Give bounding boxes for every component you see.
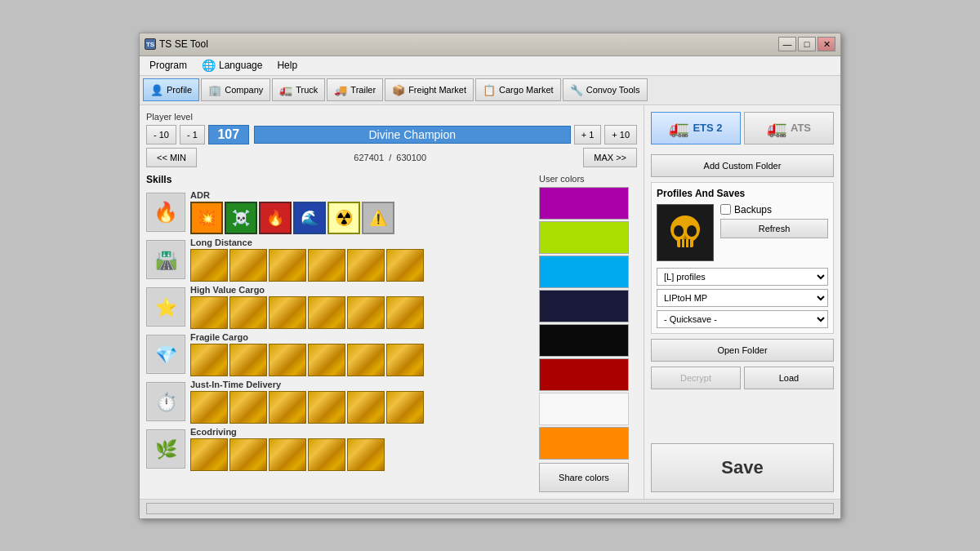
color-swatch-1[interactable] <box>539 187 629 220</box>
menu-program[interactable]: Program <box>143 58 194 73</box>
tab-freight-market[interactable]: 📦 Freight Market <box>385 78 474 101</box>
high-value-badge-4[interactable] <box>308 296 345 329</box>
jit-badge-6[interactable] <box>386 391 424 424</box>
svg-point-14 <box>674 225 684 237</box>
minus10-button[interactable]: - 10 <box>146 125 176 144</box>
skill-icon-ecodriving: 🌿 <box>146 429 185 469</box>
game-tab-ets2[interactable]: 🚛 ETS 2 <box>651 112 741 144</box>
min-button[interactable]: << MIN <box>146 148 197 167</box>
jit-badge-5[interactable] <box>347 391 385 424</box>
plus1-button[interactable]: + 1 <box>574 125 602 144</box>
fragile-badge-1[interactable] <box>190 344 228 376</box>
adr-badge-corrosive[interactable]: 🌊 <box>293 202 326 234</box>
jit-badge-2[interactable] <box>229 391 267 424</box>
xp-display: 627401 / 630100 <box>354 153 426 162</box>
ecodriving-badge-3[interactable] <box>269 438 306 471</box>
save-dropdown[interactable]: LIPtoH MP <box>657 289 828 307</box>
high-value-badge-5[interactable] <box>347 296 385 329</box>
ecodriving-name: Ecodriving <box>190 427 532 437</box>
max-button[interactable]: MAX >> <box>583 148 637 167</box>
tab-company[interactable]: 🏢 Company <box>201 78 270 101</box>
color-swatch-8[interactable] <box>539 427 629 460</box>
fragile-badges <box>190 344 532 376</box>
ats-icon: 🚛 <box>767 118 787 138</box>
company-icon: 🏢 <box>208 83 221 96</box>
adr-badge-explosive[interactable]: 💥 <box>190 202 223 234</box>
fragile-badge-6[interactable] <box>386 344 424 376</box>
plus10-button[interactable]: + 10 <box>604 125 637 144</box>
convoy-icon: 🔧 <box>570 83 583 96</box>
ecodriving-badge-5[interactable] <box>347 438 385 471</box>
long-distance-badge-2[interactable] <box>229 249 267 282</box>
skill-row-fragile: 💎 Fragile Cargo <box>146 332 532 376</box>
color-swatch-3[interactable] <box>539 256 629 288</box>
high-value-badge-3[interactable] <box>269 296 306 329</box>
tab-truck[interactable]: 🚛 Truck <box>272 78 325 101</box>
decrypt-button[interactable]: Decrypt <box>651 367 741 389</box>
close-button[interactable]: ✕ <box>817 37 835 51</box>
refresh-button[interactable]: Refresh <box>720 219 828 238</box>
fragile-badge-4[interactable] <box>308 344 345 376</box>
color-swatch-6[interactable] <box>539 358 629 391</box>
tab-convoy-tools[interactable]: 🔧 Convoy Tools <box>563 78 648 101</box>
fragile-badge-2[interactable] <box>229 344 267 376</box>
load-button[interactable]: Load <box>744 367 834 389</box>
minus1-button[interactable]: - 1 <box>180 125 205 144</box>
menu-language[interactable]: 🌐 Language <box>195 57 269 73</box>
save-button[interactable]: Save <box>651 443 834 492</box>
ecodriving-badge-2[interactable] <box>229 438 267 471</box>
skills-title: Skills <box>146 174 532 185</box>
tab-trailer[interactable]: 🚚 Trailer <box>327 78 383 101</box>
profile-dropdown[interactable]: [L] profiles <box>657 268 828 286</box>
user-colors-title: User colors <box>539 174 637 184</box>
skill-icon-adr: 🔥 <box>146 193 185 232</box>
long-distance-badge-4[interactable] <box>308 249 345 282</box>
adr-badge-flammable[interactable]: 🔥 <box>259 202 292 234</box>
skill-row-long-distance: 🛣️ Long Distance <box>146 238 532 282</box>
adr-badge-radioactive[interactable]: ☢️ <box>327 202 360 234</box>
right-panel: 🚛 ETS 2 🚛 ATS Add Custom Folder Profiles… <box>644 105 840 499</box>
jit-badge-1[interactable] <box>190 391 228 424</box>
long-distance-badge-3[interactable] <box>269 249 306 282</box>
backups-checkbox[interactable] <box>720 204 731 215</box>
open-folder-button[interactable]: Open Folder <box>651 339 834 362</box>
skill-icon-fragile: 💎 <box>146 335 185 374</box>
adr-badge-toxic[interactable]: ☠️ <box>225 202 257 234</box>
adr-skill-content: ADR 💥 ☠️ 🔥 🌊 ☢️ ⚠️ <box>190 190 532 234</box>
long-distance-badge-5[interactable] <box>347 249 385 282</box>
long-distance-badge-1[interactable] <box>190 249 228 282</box>
fragile-badge-3[interactable] <box>269 344 306 376</box>
svg-text:⏱️: ⏱️ <box>155 391 178 413</box>
ecodriving-badge-1[interactable] <box>190 438 228 471</box>
minimize-button[interactable]: — <box>778 37 796 51</box>
long-distance-badge-6[interactable] <box>386 249 424 282</box>
high-value-badge-6[interactable] <box>386 296 424 329</box>
ecodriving-badge-4[interactable] <box>308 438 345 471</box>
status-bar <box>140 499 840 518</box>
quicksave-dropdown[interactable]: - Quicksave - <box>657 310 828 328</box>
main-content: Player level - 10 - 1 107 Divine Champio… <box>140 105 840 499</box>
menu-help[interactable]: Help <box>270 58 304 73</box>
tab-profile[interactable]: 👤 Profile <box>143 78 199 101</box>
tab-cargo-market[interactable]: 📋 Cargo Market <box>475 78 561 101</box>
jit-badge-4[interactable] <box>308 391 345 424</box>
jit-badge-3[interactable] <box>269 391 306 424</box>
backups-row: Backups <box>720 204 828 216</box>
adr-badges: 💥 ☠️ 🔥 🌊 ☢️ ⚠️ <box>190 202 532 234</box>
game-tab-ats[interactable]: 🚛 ATS <box>744 112 834 144</box>
color-swatch-2[interactable] <box>539 221 629 254</box>
share-colors-button[interactable]: Share colors <box>539 463 629 492</box>
adr-badge-misc[interactable]: ⚠️ <box>362 202 394 234</box>
fragile-badge-5[interactable] <box>347 344 385 376</box>
player-level-section: Player level - 10 - 1 107 Divine Champio… <box>146 112 637 167</box>
high-value-badges <box>190 296 532 329</box>
high-value-badge-2[interactable] <box>229 296 267 329</box>
high-value-content: High Value Cargo <box>190 285 532 329</box>
color-swatch-7[interactable] <box>539 393 629 425</box>
color-swatch-4[interactable] <box>539 290 629 322</box>
maximize-button[interactable]: □ <box>798 37 816 51</box>
skill-row-jit: ⏱️ Just-In-Time Delivery <box>146 380 532 424</box>
add-custom-folder-button[interactable]: Add Custom Folder <box>651 154 834 177</box>
color-swatch-5[interactable] <box>539 324 629 357</box>
high-value-badge-1[interactable] <box>190 296 228 329</box>
